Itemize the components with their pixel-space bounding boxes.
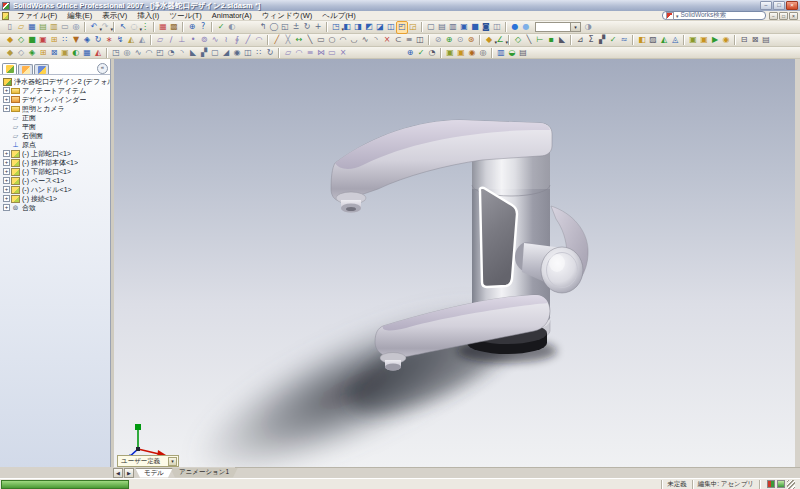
composite-curve-icon[interactable]: ≀: [221, 35, 231, 46]
tree-item-1[interactable]: +デザインバインダー: [3, 95, 110, 104]
doc-minimize-button[interactable]: −: [769, 12, 778, 20]
appearance-preset-combo[interactable]: ▾: [535, 22, 581, 32]
hole-wizard-icon[interactable]: ◉: [232, 47, 242, 58]
make-drawing-from-part-icon[interactable]: ▤: [38, 22, 48, 33]
projected-curve-icon[interactable]: ◠: [254, 35, 264, 46]
smart-fasteners-icon[interactable]: ▼: [71, 35, 81, 46]
tree-item-10[interactable]: +(-) ベース<1>: [3, 176, 110, 185]
tree-item-5[interactable]: +▱右側面: [3, 131, 110, 140]
task-scheduler-icon[interactable]: ◔: [427, 47, 437, 58]
no-external-references-icon[interactable]: ▣: [38, 35, 48, 46]
isometric-view-icon[interactable]: ◰: [397, 22, 407, 33]
shaded-icon[interactable]: ■: [470, 22, 480, 33]
lightweight-component-icon[interactable]: ◈: [27, 47, 37, 58]
zoom-in-out-icon[interactable]: ±: [291, 22, 301, 33]
display-relations-icon[interactable]: ⊘: [433, 35, 443, 46]
import-diagnostics-icon[interactable]: ◐: [227, 22, 237, 33]
shaded-with-edges-icon[interactable]: ▣: [459, 22, 469, 33]
new-document-icon[interactable]: ▯: [5, 22, 15, 33]
sketch-snaps-icon[interactable]: ∠▾: [495, 35, 505, 46]
menu-item-5[interactable]: Animator(A): [207, 11, 257, 21]
normal-to-icon[interactable]: ◲: [408, 22, 418, 33]
top-view-icon[interactable]: ◫: [386, 22, 396, 33]
tab-propertymanager[interactable]: [18, 64, 33, 74]
print-preview-icon[interactable]: ◎: [71, 22, 81, 33]
sketch-icon[interactable]: ╱: [272, 35, 282, 46]
3d-instant-website-icon[interactable]: ◒: [507, 47, 517, 58]
linear-component-pattern-icon[interactable]: ∷: [60, 35, 70, 46]
menu-item-0[interactable]: ファイル(F): [12, 11, 62, 21]
statistics-icon[interactable]: ≈: [619, 35, 629, 46]
photoworks-options-icon[interactable]: ◎: [478, 47, 488, 58]
quick-snaps-icon[interactable]: ◆▾: [484, 35, 494, 46]
front-view-icon[interactable]: ◧: [342, 22, 352, 33]
interference-detection-icon[interactable]: ◭: [126, 35, 136, 46]
physical-simulation-icon[interactable]: ▶: [710, 35, 720, 46]
hide-show-components-icon[interactable]: ◇: [16, 35, 26, 46]
menu-item-6[interactable]: ウィンドウ(W): [257, 11, 317, 21]
tree-item-12[interactable]: +(-) 接続<1>: [3, 194, 110, 203]
expand-icon[interactable]: +: [3, 204, 10, 211]
edit-component-icon[interactable]: ■: [27, 35, 37, 46]
menu-item-1[interactable]: 編集(E): [62, 11, 97, 21]
design-checker-icon[interactable]: ✓: [416, 47, 426, 58]
offset-entities-icon[interactable]: ≡: [404, 35, 414, 46]
tree-item-8[interactable]: +(-) 操作部本体<1>: [3, 158, 110, 167]
extruded-cut-icon[interactable]: ◰: [155, 47, 165, 58]
expand-icon[interactable]: +: [3, 87, 10, 94]
tab-animation[interactable]: アニメーション1: [170, 468, 238, 478]
lofted-boss-icon[interactable]: ◠: [144, 47, 154, 58]
mate-icon[interactable]: ⊞: [49, 35, 59, 46]
panel-collapse-icon[interactable]: «: [97, 63, 108, 74]
tree-item-11[interactable]: +(-) ハンドル<1>: [3, 185, 110, 194]
expand-icon[interactable]: +: [3, 159, 10, 166]
reference-plane-icon[interactable]: ▱: [155, 35, 165, 46]
curvature-icon[interactable]: ◧: [637, 35, 647, 46]
rotate-view-icon[interactable]: ↻: [302, 22, 312, 33]
tangent-arc-icon[interactable]: ◡: [349, 35, 359, 46]
rib-feature-icon[interactable]: ▞: [199, 47, 209, 58]
tree-item-7[interactable]: +(-) 上部蛇口<1>: [3, 149, 110, 158]
photoworks-render-icon[interactable]: ◉: [467, 47, 477, 58]
doc-restore-button[interactable]: □: [779, 12, 788, 20]
tree-item-9[interactable]: +(-) 下部蛇口<1>: [3, 167, 110, 176]
assembly-transparency-icon[interactable]: ◭: [137, 35, 147, 46]
pdmworks-checkout-icon[interactable]: ⊠: [750, 35, 760, 46]
linear-pattern-icon[interactable]: ∷: [254, 47, 264, 58]
expand-icon[interactable]: +: [3, 105, 10, 112]
split-line-icon[interactable]: ╱: [243, 35, 253, 46]
component-preview-icon[interactable]: ◆: [5, 47, 15, 58]
undo-icon[interactable]: ↶▾: [89, 22, 99, 33]
back-view-icon[interactable]: ◨: [353, 22, 363, 33]
timescale-combo[interactable]: ユーザー定義 ▾: [117, 455, 179, 467]
view-previous-icon[interactable]: ↰: [258, 22, 268, 33]
spell-checker-icon[interactable]: ✓: [216, 22, 226, 33]
pdmworks-checkin-icon[interactable]: ⊟: [739, 35, 749, 46]
tab-model[interactable]: モデル: [135, 468, 173, 478]
right-view-icon[interactable]: ◪: [375, 22, 385, 33]
fillet-feature-icon[interactable]: ◝: [177, 47, 187, 58]
minimize-button[interactable]: −: [760, 1, 772, 10]
fully-define-sketch-icon[interactable]: ⊙: [455, 35, 465, 46]
add-relation-icon[interactable]: ⊕: [444, 35, 454, 46]
help-icon[interactable]: ?: [198, 22, 208, 33]
spline-icon[interactable]: ∿: [360, 35, 370, 46]
3d-sketch-icon[interactable]: ╳: [283, 35, 293, 46]
rebuild-icon[interactable]: ⋮: [140, 22, 150, 33]
edit-color-icon[interactable]: ▦: [158, 22, 168, 33]
doc-close-button[interactable]: ×: [789, 12, 798, 20]
search-dropdown-icon[interactable]: ▾: [676, 13, 679, 19]
explode-line-sketch-icon[interactable]: ↯: [115, 35, 125, 46]
tab-scroll-left-icon[interactable]: ◀: [113, 468, 123, 478]
hidden-lines-removed-icon[interactable]: ▥: [448, 22, 458, 33]
tree-item-3[interactable]: +▱正面: [3, 113, 110, 122]
3d-content-central-icon[interactable]: ⊕: [405, 47, 415, 58]
move-component-icon[interactable]: ⊕: [187, 22, 197, 33]
swept-boss-icon[interactable]: ∿: [133, 47, 143, 58]
measure-icon[interactable]: ⊿: [575, 35, 585, 46]
centerpoint-arc-icon[interactable]: ◠: [338, 35, 348, 46]
view-orientation-icon[interactable]: ◳▾: [331, 22, 341, 33]
make-assembly-from-part-icon[interactable]: ▥: [49, 22, 59, 33]
hidden-lines-visible-icon[interactable]: ▤: [437, 22, 447, 33]
expand-icon[interactable]: +: [3, 168, 10, 175]
